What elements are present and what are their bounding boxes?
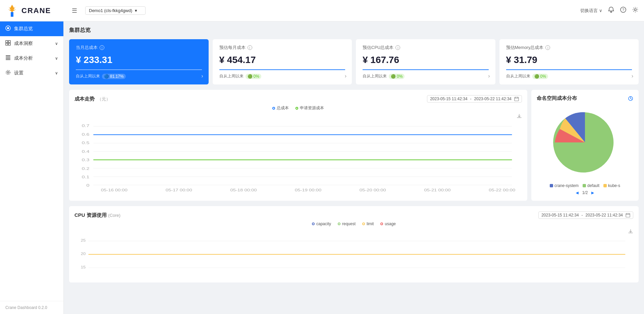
svg-text:0.1: 0.1 xyxy=(82,175,90,179)
calendar-icon xyxy=(514,97,519,101)
sidebar: 集群总览 成本洞察 ∨ 成本分析 ∨ 设置 ∨ Crane Dashboard … xyxy=(0,21,64,314)
sidebar-item-settings[interactable]: 设置 ∨ xyxy=(0,66,63,80)
cost-trend-date-end: 2023-05-22 11:42:34 xyxy=(474,97,512,101)
cost-trend-title-group: 成本走势 （元） xyxy=(74,96,110,102)
memory-cost-arrow[interactable]: › xyxy=(632,73,633,79)
settings-sidebar-icon xyxy=(5,70,11,76)
svg-text:15: 15 xyxy=(81,265,86,269)
logo-area: CRANE xyxy=(5,4,69,17)
svg-rect-11 xyxy=(8,43,10,45)
stat-card-monthly-cost: 当月总成本 i ¥ 233.31 自从上周以来 🔵 81.17% › xyxy=(69,39,209,84)
memory-cost-info-icon[interactable]: i xyxy=(545,45,550,50)
header-middle: ☰ Demo1 (cls-fkkg4gwd) ▾ xyxy=(69,6,580,16)
pie-prev-button[interactable]: ◄ xyxy=(575,190,580,195)
monthly-cost-value: ¥ 233.31 xyxy=(76,55,202,65)
cost-insight-expand-icon: ∨ xyxy=(55,41,58,46)
bell-icon[interactable] xyxy=(608,6,614,15)
cpu-date-range[interactable]: 2023-05-15 11:42:34 - 2023-05-22 11:42:3… xyxy=(538,211,633,219)
cost-analysis-icon xyxy=(5,55,11,62)
svg-rect-14 xyxy=(6,55,10,56)
svg-text:0.6: 0.6 xyxy=(82,132,90,137)
cpu-cost-value: ¥ 167.76 xyxy=(363,55,489,65)
monthly-cost-footer: 自从上周以来 🔵 81.17% xyxy=(76,73,202,79)
memory-cost-footer: 自从上周以来 🟢 0% xyxy=(506,73,632,79)
sidebar-item-cost-insight[interactable]: 成本洞察 ∨ xyxy=(0,36,63,51)
cpu-usage-chart: 25 20 15 xyxy=(74,236,633,276)
cost-trend-legend: 总成本 申请资源成本 xyxy=(74,105,522,111)
svg-text:0.7: 0.7 xyxy=(82,124,90,128)
legend-limit-dot xyxy=(362,223,365,225)
namespace-cost-refresh-icon[interactable] xyxy=(628,96,633,101)
svg-text:0.3: 0.3 xyxy=(82,158,90,162)
pie-next-button[interactable]: ► xyxy=(590,190,595,195)
default-legend-label: default xyxy=(587,183,599,188)
sidebar-footer: Crane Dashboard 0.2.0 xyxy=(0,301,63,314)
cpu-download-button[interactable] xyxy=(74,229,633,234)
cluster-selector[interactable]: Demo1 (cls-fkkg4gwd) ▾ xyxy=(85,6,146,15)
layout: 集群总览 成本洞察 ∨ 成本分析 ∨ 设置 ∨ Crane Dashboard … xyxy=(0,21,644,314)
legend-request-cost-label: 申请资源成本 xyxy=(300,105,324,111)
cost-trend-date-range[interactable]: 2023-05-15 11:42:34 - 2023-05-22 11:42:3… xyxy=(427,95,522,103)
legend-capacity: capacity xyxy=(312,222,331,226)
namespace-pie-legend: crane-system default kube-s xyxy=(537,183,633,188)
monthly-estimated-info-icon[interactable]: i xyxy=(248,45,252,50)
cluster-selector-arrow: ▾ xyxy=(135,8,137,13)
stat-card-monthly-estimated: 预估每月成本 i ¥ 454.17 自从上周以来 🟢 0% › xyxy=(213,39,352,84)
svg-text:05-18 00:00: 05-18 00:00 xyxy=(230,188,257,192)
sidebar-item-cluster-overview[interactable]: 集群总览 xyxy=(0,21,63,36)
menu-toggle-button[interactable]: ☰ xyxy=(69,6,80,16)
cpu-cost-change-badge: 🟢 0% xyxy=(389,74,405,79)
cpu-cost-info-icon[interactable]: i xyxy=(395,45,400,50)
cluster-overview-icon xyxy=(5,25,11,32)
monthly-estimated-change-badge: 🟢 0% xyxy=(246,74,261,79)
svg-rect-12 xyxy=(6,57,10,57)
cpu-cost-arrow[interactable]: › xyxy=(488,73,490,79)
svg-rect-13 xyxy=(6,58,10,59)
pie-legend-kubes: kube-s xyxy=(603,183,620,188)
cost-trend-chart: 0.7 0.6 0.5 0.4 0.3 0.2 0.1 0 xyxy=(74,120,522,194)
monthly-cost-arrow[interactable]: › xyxy=(201,73,203,79)
sidebar-item-label-cost-insight: 成本洞察 xyxy=(14,41,33,47)
svg-rect-9 xyxy=(8,41,10,43)
legend-request-label: request xyxy=(342,222,356,226)
logo-text: CRANE xyxy=(21,6,51,15)
svg-text:0.4: 0.4 xyxy=(82,149,90,154)
cost-analysis-expand-icon: ∨ xyxy=(55,56,58,61)
monthly-estimated-arrow[interactable]: › xyxy=(345,73,346,79)
chart-row: 成本走势 （元） 2023-05-15 11:42:34 - 2023-05-2… xyxy=(69,90,639,201)
question-icon[interactable]: ? xyxy=(620,6,627,15)
monthly-cost-change-badge: 🔵 81.17% xyxy=(102,74,126,79)
sidebar-item-label-settings: 设置 xyxy=(14,70,23,76)
stat-card-memory-cost: 预估Memory总成本 i ¥ 31.79 自从上周以来 🟢 0% › xyxy=(499,39,639,84)
settings-icon[interactable] xyxy=(632,6,639,15)
sidebar-item-cost-analysis[interactable]: 成本分析 ∨ xyxy=(0,51,63,66)
cost-trend-download-button[interactable] xyxy=(74,114,522,119)
header: CRANE ☰ Demo1 (cls-fkkg4gwd) ▾ 切换语言 ∨ ? xyxy=(0,0,644,21)
cpu-cost-divider xyxy=(363,69,489,70)
legend-limit: limit xyxy=(362,222,374,226)
cpu-title-group: CPU 资源使用 (Core) xyxy=(74,212,120,218)
pie-svg xyxy=(551,109,619,176)
cpu-date-start: 2023-05-15 11:42:34 xyxy=(541,213,579,217)
cpu-date-sep: - xyxy=(582,213,583,217)
kubes-legend-label: kube-s xyxy=(608,183,620,188)
lang-switch-button[interactable]: 切换语言 ∨ xyxy=(580,8,602,14)
cost-trend-title: 成本走势 xyxy=(74,96,95,102)
cost-trend-unit: （元） xyxy=(97,97,110,102)
monthly-estimated-value: ¥ 454.17 xyxy=(219,55,345,65)
monthly-cost-info-icon[interactable]: i xyxy=(100,45,104,50)
crane-system-legend-dot xyxy=(550,184,553,187)
stat-card-cpu-cost: 预估CPU总成本 i ¥ 167.76 自从上周以来 🟢 0% › xyxy=(356,39,495,84)
memory-cost-title: 预估Memory总成本 i xyxy=(506,45,632,51)
cost-trend-date-start: 2023-05-15 11:42:34 xyxy=(430,97,467,101)
settings-expand-icon: ∨ xyxy=(55,71,58,75)
monthly-cost-divider xyxy=(76,69,202,70)
cpu-date-end: 2023-05-22 11:42:34 xyxy=(586,213,623,217)
svg-text:20: 20 xyxy=(81,252,86,256)
svg-text:?: ? xyxy=(622,8,624,12)
legend-usage: usage xyxy=(380,222,396,226)
legend-total-cost-dot xyxy=(272,107,275,110)
cpu-down-icon: 🟢 xyxy=(391,74,396,79)
stat-cards-row: 当月总成本 i ¥ 233.31 自从上周以来 🔵 81.17% › 预估每月成 xyxy=(69,39,639,84)
cpu-usage-panel: CPU 资源使用 (Core) 2023-05-15 11:42:34 - 20… xyxy=(69,206,639,282)
